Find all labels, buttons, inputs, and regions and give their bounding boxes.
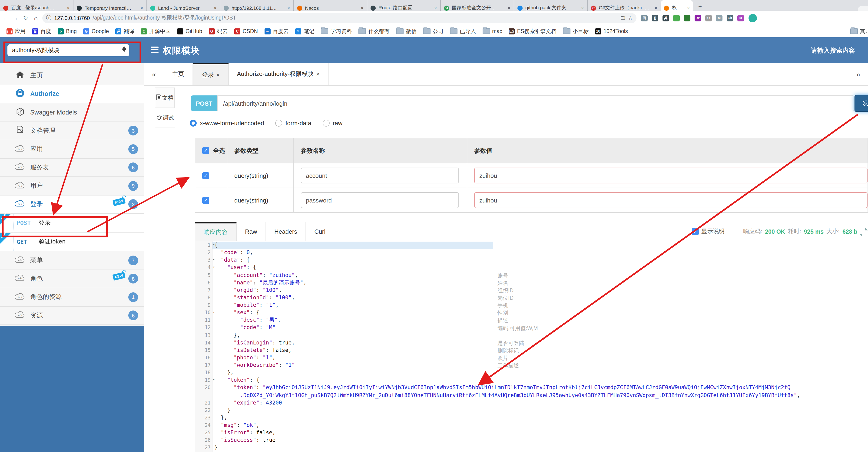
reader-ext-icon[interactable]: 回: [641, 15, 648, 21]
sidebar-item-菜单[interactable]: API菜单7: [0, 251, 144, 270]
request-url-input[interactable]: /api/authority/anno/login: [217, 95, 855, 111]
bookmark-item[interactable]: GitHub: [177, 28, 202, 34]
content-tab-Authorize-authority-权限模块[interactable]: Authorize-authority-权限模块×: [228, 63, 329, 85]
browser-tab[interactable]: CC#文件上传（pack）…×: [588, 0, 661, 11]
browser-tab[interactable]: github pack 文件夹×: [514, 0, 588, 11]
sidebar-item-应用[interactable]: API应用5: [0, 140, 144, 159]
param-value-input[interactable]: [474, 168, 868, 183]
profile-avatar[interactable]: [748, 14, 757, 22]
bookmark-item[interactable]: 学习资料: [321, 28, 352, 35]
sidebar-item-主页[interactable]: 主页: [0, 66, 144, 85]
bookmark-item[interactable]: CCSDN: [234, 28, 258, 34]
param-name-input[interactable]: [301, 168, 459, 183]
module-select[interactable]: authority-权限模块: [7, 44, 129, 56]
sidebar-item-角色[interactable]: API角色NEW8: [0, 270, 144, 288]
browser-tab-active[interactable]: 权限模块×: [661, 0, 693, 11]
browser-tab[interactable]: Nacos×: [294, 0, 367, 11]
param-value-input[interactable]: [474, 192, 868, 208]
expand-tabs-icon[interactable]: »: [848, 63, 868, 86]
browser-tab[interactable]: Route 路由配置×: [367, 0, 441, 11]
en-translate-ext-icon[interactable]: 英: [662, 15, 669, 21]
close-tab-icon[interactable]: ×: [654, 5, 657, 11]
select-all-checkbox[interactable]: ✓: [202, 147, 209, 154]
bookmark-item[interactable]: 微信: [396, 28, 416, 35]
bookmark-item[interactable]: mac: [482, 28, 502, 34]
globe-ext-icon[interactable]: [684, 15, 690, 21]
bookmark-item[interactable]: 公司: [423, 28, 443, 35]
gitzip-ext-icon[interactable]: Git: [727, 15, 733, 21]
oval-ext-icon[interactable]: O: [705, 15, 712, 21]
bookmark-item[interactable]: 译翻译: [115, 28, 134, 35]
chrome-ext-icon[interactable]: [673, 15, 680, 21]
bookmark-item[interactable]: 101024Tools: [595, 28, 628, 34]
bookmark-item[interactable]: G码云: [209, 28, 228, 35]
body-type-radio-raw[interactable]: raw: [322, 120, 342, 126]
close-tab-icon[interactable]: ×: [140, 5, 143, 11]
close-tab-icon[interactable]: ×: [434, 5, 437, 11]
sidebar-item-Authorize[interactable]: Authorize: [0, 85, 144, 103]
forward-icon[interactable]: →: [10, 15, 21, 21]
response-tab-响应内容[interactable]: 响应内容: [195, 222, 237, 241]
search-input[interactable]: 请输入搜索内容: [811, 47, 855, 55]
close-tab-icon[interactable]: ×: [581, 5, 584, 11]
content-tab-主页[interactable]: 主页: [164, 63, 193, 85]
browser-tab[interactable]: http://192.168.1.11…×: [220, 0, 294, 11]
param-checkbox[interactable]: ✓: [202, 172, 209, 179]
close-icon[interactable]: ×: [216, 71, 220, 78]
m-ext-icon[interactable]: M: [716, 15, 722, 21]
pinwheel-ext-icon[interactable]: ✻: [737, 15, 744, 21]
tab-debug[interactable]: 调试: [155, 108, 175, 128]
back-icon[interactable]: ←: [0, 15, 10, 21]
bookmark-item[interactable]: ∞百度云: [264, 28, 289, 35]
bookmark-item[interactable]: bBing: [58, 28, 77, 34]
bookmark-item[interactable]: ✎笔记: [295, 28, 314, 35]
close-tab-icon[interactable]: ×: [287, 5, 290, 11]
body-type-radio-x-www-form-urlencoded[interactable]: x-www-form-urlencoded: [190, 120, 264, 126]
bookmark-item[interactable]: 什么都有: [359, 28, 390, 35]
param-name-input[interactable]: [301, 192, 459, 208]
sidebar-item-用户[interactable]: API用户9: [0, 177, 144, 195]
reload-icon[interactable]: ↻: [21, 15, 31, 21]
response-json-editor[interactable]: 1▾{2 "code": 0,3▾ "data": {4▾ "user": {5…: [195, 241, 868, 452]
menu-toggle-icon[interactable]: [151, 47, 158, 53]
body-type-radio-form-data[interactable]: form-data: [275, 120, 311, 126]
sidebar-item-资源[interactable]: API资源6: [0, 307, 144, 325]
address-bar[interactable]: ⓘ 127.0.0.1:8760/api/gate/doc.html#/auth…: [42, 13, 637, 23]
sidebar-item-登录[interactable]: API登录NEW2: [0, 195, 144, 214]
show-desc-checkbox[interactable]: ✓: [691, 228, 699, 235]
bookmark-item[interactable]: ESES搜索引擎文档: [509, 28, 557, 35]
rp-ext-icon[interactable]: RP: [694, 15, 701, 21]
sidebar-endpoint-post[interactable]: NEWPOST登录: [0, 214, 144, 232]
fullscreen-icon[interactable]: [860, 229, 866, 235]
info-icon[interactable]: ⓘ: [46, 15, 51, 21]
close-icon[interactable]: ×: [316, 70, 320, 78]
collapse-tabs-icon[interactable]: «: [144, 63, 164, 85]
browser-tab[interactable]: 51国家标准全文公开…×: [441, 0, 514, 11]
sidebar-endpoint-get[interactable]: NEWGET验证token: [0, 232, 144, 251]
sidebar-item-服务表[interactable]: API服务表6: [0, 159, 144, 177]
bookmark-item[interactable]: 小目标: [563, 28, 589, 35]
close-tab-icon[interactable]: ×: [67, 5, 70, 11]
content-tab-登录[interactable]: 登录×: [193, 63, 228, 85]
close-tab-icon[interactable]: ×: [214, 5, 217, 11]
sidebar-item-文档管理[interactable]: 文档管理3: [0, 122, 144, 140]
translate-page-icon[interactable]: 🗔: [620, 16, 625, 21]
bookmark-star-icon[interactable]: ☆: [628, 15, 633, 21]
tab-doc[interactable]: 文档: [155, 87, 175, 108]
browser-tab[interactable]: 百度 - 登录/seach…×: [0, 0, 73, 11]
bookmark-item[interactable]: 已导入: [450, 28, 476, 35]
bookmark-item[interactable]: GGoogle: [83, 28, 109, 34]
response-tab-Raw[interactable]: Raw: [237, 222, 266, 241]
close-tab-icon[interactable]: ×: [687, 5, 690, 11]
bookmarks-overflow[interactable]: 其…: [850, 28, 868, 35]
bookmark-item[interactable]: ⋮⋮应用: [6, 28, 26, 35]
browser-tab[interactable]: Land - JumpServer×: [147, 0, 220, 11]
browser-tab[interactable]: Temporary Interacti…×: [73, 0, 147, 11]
bookmark-item[interactable]: 百百度: [32, 28, 51, 35]
close-tab-icon[interactable]: ×: [507, 5, 510, 11]
json-brace-ext-icon[interactable]: {}: [652, 15, 658, 21]
bookmark-item[interactable]: C开源中国: [141, 28, 170, 35]
new-tab-button[interactable]: +: [698, 3, 702, 10]
sidebar-item-角色的资源[interactable]: API角色的资源1: [0, 288, 144, 307]
response-tab-Curl[interactable]: Curl: [306, 222, 334, 241]
